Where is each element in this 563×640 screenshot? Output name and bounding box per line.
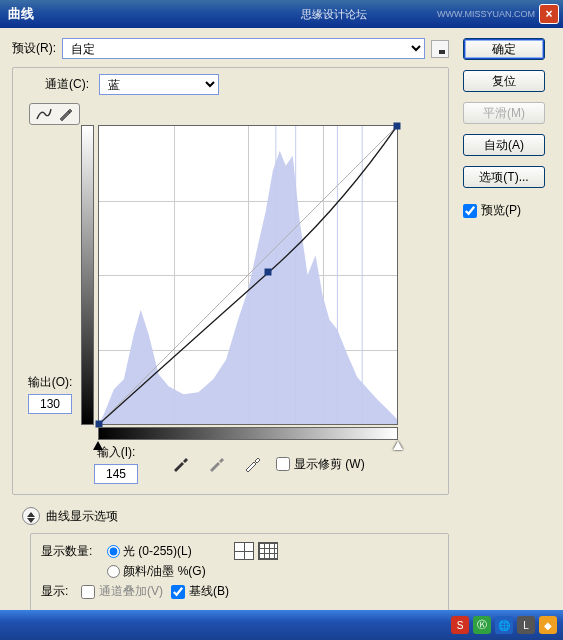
preset-menu-icon[interactable] bbox=[431, 40, 449, 58]
close-button[interactable]: × bbox=[539, 4, 559, 24]
black-slider[interactable] bbox=[93, 441, 103, 450]
input-input[interactable] bbox=[94, 464, 138, 484]
auto-button[interactable]: 自动(A) bbox=[463, 134, 545, 156]
output-gradient bbox=[81, 125, 94, 425]
eyedropper-white-icon[interactable] bbox=[242, 456, 262, 472]
radio-light[interactable]: 光 (0-255)(L) bbox=[107, 543, 192, 560]
smooth-button: 平滑(M) bbox=[463, 102, 545, 124]
expand-title: 曲线显示选项 bbox=[46, 508, 118, 525]
window-title: 曲线 bbox=[8, 5, 301, 23]
watermark-text: 思缘设计论坛 bbox=[301, 7, 367, 22]
ok-button[interactable]: 确定 bbox=[463, 38, 545, 60]
preview-checkbox[interactable]: 预览(P) bbox=[463, 202, 551, 219]
radio-pigment[interactable]: 颜料/油墨 %(G) bbox=[107, 563, 206, 580]
eyedropper-gray-icon[interactable] bbox=[206, 456, 226, 472]
curve-line bbox=[99, 126, 397, 424]
reset-button[interactable]: 复位 bbox=[463, 70, 545, 92]
checkbox-baseline[interactable]: 基线(B) bbox=[171, 583, 229, 600]
svg-line-4 bbox=[99, 126, 397, 424]
options-button[interactable]: 选项(T)... bbox=[463, 166, 545, 188]
curve-graph[interactable] bbox=[98, 125, 398, 425]
output-input[interactable] bbox=[28, 394, 72, 414]
curve-tool-icon[interactable] bbox=[35, 106, 53, 122]
titlebar: 曲线 思缘设计论坛 WWW.MISSYUAN.COM × bbox=[0, 0, 563, 28]
pencil-tool-icon[interactable] bbox=[56, 106, 74, 122]
tray-icon-l[interactable]: L bbox=[517, 616, 535, 634]
tray-icon-shield[interactable]: ◆ bbox=[539, 616, 557, 634]
tray-icon-s[interactable]: S bbox=[451, 616, 469, 634]
eyedropper-black-icon[interactable] bbox=[170, 456, 190, 472]
watermark-url: WWW.MISSYUAN.COM bbox=[437, 9, 535, 19]
curve-tools bbox=[29, 103, 80, 125]
show-label: 显示: bbox=[41, 583, 81, 600]
input-gradient bbox=[98, 427, 398, 440]
curve-group: 通道(C): 蓝 bbox=[12, 67, 449, 495]
curve-point-end[interactable] bbox=[394, 123, 401, 130]
tray-icon-globe[interactable]: 🌐 bbox=[495, 616, 513, 634]
preset-select[interactable]: 自定 bbox=[62, 38, 425, 59]
grid-4-icon[interactable] bbox=[234, 542, 254, 560]
channel-label: 通道(C): bbox=[45, 76, 89, 93]
channel-select[interactable]: 蓝 bbox=[99, 74, 219, 95]
curve-point-mid[interactable] bbox=[265, 269, 272, 276]
tray-icon-k[interactable]: Ⓚ bbox=[473, 616, 491, 634]
white-slider[interactable] bbox=[393, 441, 403, 450]
expand-toggle-icon[interactable] bbox=[22, 507, 40, 525]
taskbar: S Ⓚ 🌐 L ◆ bbox=[0, 610, 563, 640]
show-amount-label: 显示数量: bbox=[41, 543, 107, 560]
output-label: 输出(O): bbox=[28, 374, 73, 391]
show-clipping-checkbox[interactable]: 显示修剪 (W) bbox=[276, 456, 365, 473]
preset-label: 预设(R): bbox=[12, 40, 56, 57]
grid-10-icon[interactable] bbox=[258, 542, 278, 560]
checkbox-overlay[interactable]: 通道叠加(V) bbox=[81, 583, 163, 600]
